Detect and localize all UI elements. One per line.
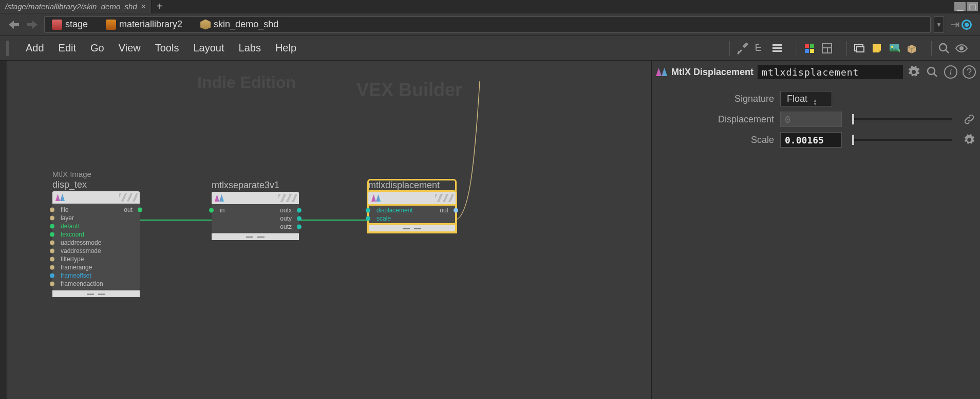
breadcrumb[interactable]: stage materiallibrary2 skin_demo_shd <box>44 16 931 33</box>
search-icon[interactable] <box>937 41 951 56</box>
menu-view[interactable]: View <box>119 42 141 54</box>
svg-point-13 <box>939 44 947 51</box>
menu-edit[interactable]: Edit <box>59 42 76 54</box>
svg-rect-0 <box>772 44 782 46</box>
svg-rect-1 <box>772 47 782 49</box>
link-icon[interactable] <box>963 113 976 126</box>
node-footer[interactable] <box>368 225 456 232</box>
port-outz[interactable] <box>297 225 301 229</box>
file-tab[interactable]: /stage/materiallibrary2/skin_demo_shd × <box>0 0 152 13</box>
node-disp-tex[interactable]: MtlX Image disp_tex fileout layer defaul… <box>52 170 140 297</box>
menu-labs[interactable]: Labs <box>239 42 261 54</box>
minimize-window-icon[interactable]: ▁ <box>954 2 966 11</box>
breadcrumb-stage[interactable]: stage <box>45 17 96 32</box>
nav-back-button[interactable] <box>5 17 22 32</box>
node-header[interactable] <box>368 192 456 204</box>
port-vaddressmode[interactable] <box>50 249 54 253</box>
pin-toggle-icon[interactable]: ⇥ <box>950 18 959 31</box>
close-tab-icon[interactable]: × <box>141 2 146 11</box>
display-flag-icon[interactable] <box>962 20 972 30</box>
menu-handle[interactable] <box>6 41 9 56</box>
window-icon[interactable] <box>852 41 866 56</box>
box-icon[interactable] <box>904 41 919 56</box>
info-icon[interactable]: i <box>944 65 957 79</box>
menu-go[interactable]: Go <box>90 42 104 54</box>
node-canvas[interactable]: Indie Edition VEX Builder MtlX Image dis… <box>7 61 651 399</box>
breadcrumb-dropdown[interactable]: ▼ <box>934 16 944 33</box>
menu-help[interactable]: Help <box>275 42 296 54</box>
svg-rect-6 <box>810 49 814 53</box>
port-file[interactable] <box>50 208 54 212</box>
port-framerange[interactable] <box>50 265 54 270</box>
chevron-updown-icon: ▲▼ <box>813 99 817 106</box>
window-controls: ▁ ▢ <box>954 0 980 13</box>
param-label: Displacement <box>656 114 774 125</box>
tab-bar: /stage/materiallibrary2/skin_demo_shd × … <box>0 0 980 13</box>
panel-header: MtlX Displacement i ? <box>656 64 976 80</box>
list-icon[interactable] <box>770 41 784 56</box>
node-footer[interactable] <box>52 290 140 297</box>
port-in[interactable] <box>209 208 214 213</box>
gear-icon[interactable] <box>907 65 920 79</box>
layout-icon[interactable] <box>820 41 834 56</box>
node-name-input[interactable] <box>758 65 903 79</box>
breadcrumb-materiallibrary[interactable]: materiallibrary2 <box>96 17 190 32</box>
mtlx-icon <box>371 194 381 202</box>
displacement-slider[interactable] <box>852 118 952 120</box>
tree-icon[interactable] <box>752 41 767 56</box>
subnet-icon <box>200 20 211 30</box>
svg-point-11 <box>891 46 893 48</box>
node-footer[interactable] <box>212 233 299 240</box>
svg-rect-5 <box>805 49 809 53</box>
port-frameendaction[interactable] <box>50 282 54 286</box>
nav-forward-button[interactable] <box>25 17 41 32</box>
node-header[interactable] <box>212 192 299 204</box>
port-scale[interactable] <box>366 216 370 221</box>
svg-rect-4 <box>810 44 814 48</box>
grid-color-icon[interactable] <box>802 41 817 56</box>
materiallibrary-icon <box>106 20 116 30</box>
maximize-window-icon[interactable]: ▢ <box>967 2 978 11</box>
node-title: disp_tex <box>52 179 140 190</box>
port-frameoffset[interactable] <box>50 274 54 278</box>
port-default[interactable] <box>50 224 54 229</box>
parameters-panel: MtlX Displacement i ? Signature Float ▲▼ <box>651 61 980 399</box>
displacement-input[interactable] <box>780 112 842 127</box>
port-displacement[interactable] <box>366 208 370 213</box>
node-separate[interactable]: mtlxseparate3v1 inoutx outy outz <box>212 180 299 240</box>
param-label: Scale <box>656 135 774 146</box>
sticky-note-icon[interactable] <box>870 41 884 56</box>
help-icon[interactable]: ? <box>963 65 976 79</box>
mini-sidebar[interactable] <box>0 61 7 399</box>
node-title: mtlxdisplacement <box>368 180 456 191</box>
port-layer[interactable] <box>50 216 54 221</box>
wrench-icon[interactable] <box>735 41 749 56</box>
add-tab-button[interactable]: + <box>152 0 168 13</box>
port-out[interactable] <box>454 208 458 213</box>
eye-icon[interactable] <box>954 41 969 56</box>
scale-slider[interactable] <box>852 139 952 141</box>
node-header[interactable] <box>52 191 140 204</box>
image-icon[interactable]: + <box>887 41 901 56</box>
panel-type-label: MtlX Displacement <box>671 67 753 78</box>
node-displacement[interactable]: mtlxdisplacement displacementout scale <box>368 180 456 232</box>
port-outy[interactable] <box>297 216 301 221</box>
port-uaddressmode[interactable] <box>50 241 54 245</box>
menu-add[interactable]: Add <box>26 42 44 54</box>
breadcrumb-shader[interactable]: skin_demo_shd <box>190 17 286 32</box>
gear-icon[interactable] <box>963 133 976 147</box>
signature-select[interactable]: Float ▲▼ <box>780 91 832 106</box>
stage-icon <box>52 20 62 30</box>
menu-bar: Add Edit Go View Tools Layout Labs Help <box>0 36 980 61</box>
menu-tools[interactable]: Tools <box>155 42 179 54</box>
scale-input[interactable] <box>780 132 842 148</box>
mtlx-icon <box>215 194 224 202</box>
port-out[interactable] <box>138 208 142 212</box>
port-filtertype[interactable] <box>50 257 54 262</box>
port-outx[interactable] <box>297 208 301 213</box>
port-texcoord[interactable] <box>50 232 54 237</box>
menu-layout[interactable]: Layout <box>193 42 224 54</box>
search-icon[interactable] <box>926 65 939 79</box>
tab-path: /stage/materiallibrary2/skin_demo_shd <box>5 2 137 11</box>
mtlx-icon <box>656 68 667 76</box>
